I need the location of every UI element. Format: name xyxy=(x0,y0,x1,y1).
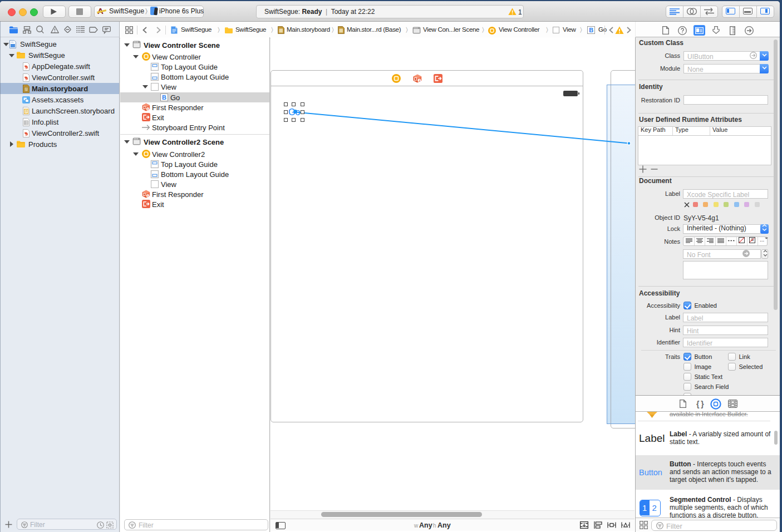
svg-text:1: 1 xyxy=(147,107,149,111)
svg-text:1: 1 xyxy=(147,194,149,198)
